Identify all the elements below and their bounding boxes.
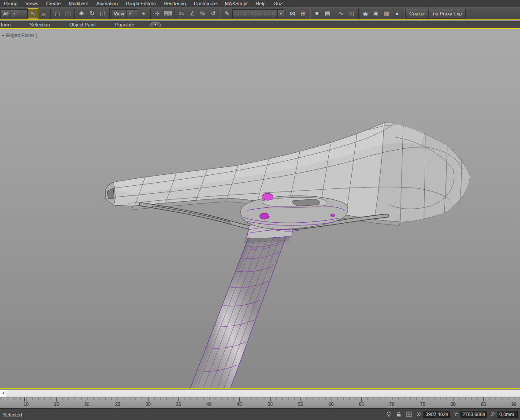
toolbar-separator xyxy=(220,8,220,19)
edit-sets-icon: ✎ xyxy=(225,11,230,16)
ruler-tick-label: 55 xyxy=(298,402,303,407)
selection-filter-dropdown[interactable]: All ▼ xyxy=(0,9,28,18)
graphite-ribbon-button[interactable]: ▤ xyxy=(322,8,333,19)
ruler-tick-label: 65 xyxy=(359,402,364,407)
select-and-scale-button[interactable]: ◲ xyxy=(97,8,108,19)
layer-manager-button[interactable]: ≡ xyxy=(312,8,322,19)
menu-modifiers[interactable]: Modifiers xyxy=(65,0,93,7)
reference-coordinate-dropdown[interactable]: View ▼ xyxy=(111,9,138,18)
menu-help[interactable]: Help xyxy=(252,0,270,7)
perspective-viewport[interactable]: + Edged Faces ] xyxy=(0,29,520,389)
curve-editor-button[interactable]: ∿ xyxy=(336,8,346,19)
menu-views[interactable]: Views xyxy=(22,0,42,7)
keyboard-override-button[interactable]: ⌨ xyxy=(163,8,173,19)
viewport-label[interactable]: + Edged Faces ] xyxy=(2,33,37,38)
edit-named-selection-sets-button[interactable]: ✎ xyxy=(222,8,232,19)
ruler-tick-label: 90 xyxy=(511,402,516,407)
toolbar-separator xyxy=(150,8,151,19)
toolbar-separator xyxy=(358,8,359,19)
menu-create[interactable]: Create xyxy=(42,0,65,7)
material-editor-button[interactable]: ◉ xyxy=(360,8,371,19)
render-production-button[interactable]: ● xyxy=(392,8,402,19)
snaps-toggle-button[interactable]: 2.5 xyxy=(176,8,187,19)
window-crossing-icon: ◫ xyxy=(65,11,71,16)
manipulate-icon: ⊹ xyxy=(155,11,160,16)
percent-snap-icon: % xyxy=(200,11,205,16)
menu-bar: Group Views Create Modifiers Animation G… xyxy=(0,0,520,7)
maxscript-mini-listener[interactable]: > xyxy=(0,390,520,397)
rendered-frame-button[interactable]: ▥ xyxy=(381,8,392,19)
toolbar-separator xyxy=(109,8,110,19)
x-coordinate-label: X: xyxy=(417,412,421,417)
layer-manager-icon: ≡ xyxy=(315,11,319,16)
material-editor-icon: ◉ xyxy=(363,11,368,16)
select-and-rotate-button[interactable]: ↻ xyxy=(87,8,97,19)
toolbar-separator xyxy=(310,8,310,19)
tab-populate[interactable]: Populate xyxy=(115,22,134,27)
select-object-button[interactable]: ↖ xyxy=(28,8,38,19)
reference-coordinate-value: View xyxy=(111,11,126,16)
lock-icon xyxy=(396,411,402,417)
adaptive-degradation-toggle[interactable] xyxy=(385,410,393,418)
rectangular-selection-button[interactable]: ▢ xyxy=(52,8,63,19)
proxy-exporter-button[interactable]: na Proxy Exp xyxy=(429,9,465,18)
z-coordinate-label: Z: xyxy=(491,412,495,417)
angle-snap-button[interactable]: ∠ xyxy=(187,8,197,19)
ruler-tick-label: 20 xyxy=(84,402,89,407)
toolbar-separator xyxy=(334,8,334,19)
select-and-move-button[interactable]: ✥ xyxy=(76,8,87,19)
toolbar-separator xyxy=(175,8,175,19)
menu-customize[interactable]: Customize xyxy=(190,0,221,7)
move-icon: ✥ xyxy=(79,11,84,16)
menu-maxscript[interactable]: MAXScript xyxy=(221,0,252,7)
seatpost-mesh[interactable] xyxy=(190,221,293,389)
percent-snap-button[interactable]: % xyxy=(197,8,208,19)
chevron-down-icon: ▼ xyxy=(11,10,17,18)
selected-element-highlight xyxy=(260,213,269,219)
spinner-snap-icon: ↺ xyxy=(211,11,216,16)
menu-goz[interactable]: GoZ xyxy=(270,0,287,7)
ruler-tick-label: 85 xyxy=(481,402,486,407)
transform-typein-mode-toggle[interactable] xyxy=(405,410,413,418)
z-coordinate-field[interactable] xyxy=(498,411,518,418)
menu-group[interactable]: Group xyxy=(0,0,22,7)
render-setup-icon: ▣ xyxy=(373,11,379,16)
copitor-button[interactable]: Copitor xyxy=(405,9,429,18)
menu-graph-editors[interactable]: Graph Editors xyxy=(122,0,160,7)
ruler-tick-label: 50 xyxy=(267,402,273,407)
tab-object-paint[interactable]: Object Paint xyxy=(69,22,96,27)
track-bar-ruler[interactable]: 10 15 20 25 30 35 40 45 50 55 60 65 70 7… xyxy=(0,398,520,408)
schematic-view-button[interactable]: ⊡ xyxy=(346,8,357,19)
menu-rendering[interactable]: Rendering xyxy=(160,0,190,7)
snap-2-5d-icon: 2.5 xyxy=(179,11,185,15)
ribbon-overflow-dropdown[interactable]: ▼ xyxy=(150,22,161,27)
y-coordinate-field[interactable] xyxy=(461,411,487,418)
menu-animation[interactable]: Animation xyxy=(92,0,122,7)
ribbon-tab-bar: form Selection Object Paint Populate ▼ xyxy=(0,21,520,29)
ruler-tick-label: 75 xyxy=(420,402,425,407)
toolbar-separator xyxy=(286,8,286,19)
tab-freeform[interactable]: form xyxy=(1,22,11,27)
x-coordinate-field[interactable] xyxy=(423,411,450,418)
coordinate-display: X: Y: Z: xyxy=(385,410,518,418)
tab-selection[interactable]: Selection xyxy=(30,22,50,27)
ruler-tick-label: 40 xyxy=(206,402,212,407)
rectangular-selection-icon: ▢ xyxy=(55,11,60,16)
align-button[interactable]: ⊞ xyxy=(298,8,308,19)
mini-listener-prompt[interactable]: > xyxy=(0,390,7,397)
toolbar-separator xyxy=(50,8,51,19)
select-and-manipulate-button[interactable]: ⊹ xyxy=(152,8,163,19)
spinner-snap-button[interactable]: ↺ xyxy=(208,8,219,19)
render-production-icon: ● xyxy=(395,11,399,16)
mirror-button[interactable]: ⋈ xyxy=(287,8,298,19)
select-by-name-button[interactable]: ≣ xyxy=(38,8,49,19)
named-selection-set-combo[interactable]: ▼ xyxy=(232,9,284,18)
named-selection-set-input[interactable] xyxy=(233,11,277,16)
use-pivot-center-button[interactable]: ⌖ xyxy=(138,8,149,19)
selection-lock-toggle[interactable] xyxy=(395,410,403,418)
window-crossing-button[interactable]: ◫ xyxy=(63,8,73,19)
ruler-tick-label: 45 xyxy=(237,402,242,407)
align-icon: ⊞ xyxy=(301,11,306,16)
status-bar: Selected X: Y: Z: xyxy=(0,408,520,420)
render-setup-button[interactable]: ▣ xyxy=(371,8,381,19)
